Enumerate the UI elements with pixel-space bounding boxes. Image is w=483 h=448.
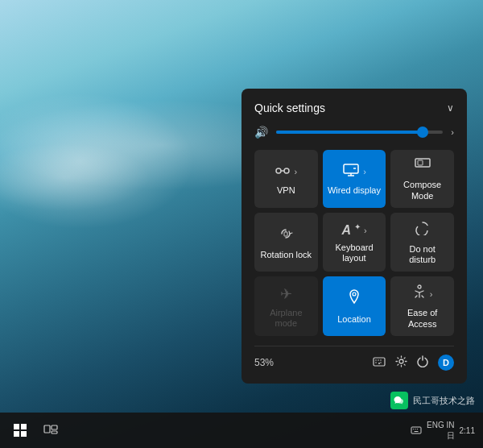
keyboard-footer-icon[interactable] <box>373 356 386 369</box>
keyboard-layout-icon: A <box>341 223 351 238</box>
wired-display-label: Wired display <box>328 185 381 196</box>
airplane-icon-row: ✈ <box>280 285 292 303</box>
compose-mode-label: Compose Mode <box>395 180 449 201</box>
wired-display-arrow: › <box>363 167 366 176</box>
power-footer-icon[interactable] <box>417 355 428 370</box>
watermark: 民工哥技术之路 <box>390 392 475 409</box>
tile-ease-of-access[interactable]: › Ease of Access <box>390 276 454 335</box>
quick-settings-panel: Quick settings ∨ 🔊 › › <box>242 89 467 384</box>
rotation-lock-icon <box>279 226 293 245</box>
chevron-down-icon[interactable]: ∨ <box>447 102 454 114</box>
volume-thumb <box>417 127 428 138</box>
svg-rect-22 <box>21 424 27 429</box>
vpn-icon-row: › <box>275 164 297 180</box>
location-icon-row <box>348 289 361 309</box>
taskbar-left <box>8 418 63 442</box>
keyboard-layout-label: Keyboard layout <box>328 243 382 263</box>
svg-rect-3 <box>344 164 358 173</box>
svg-rect-8 <box>418 160 423 165</box>
tile-wired-display[interactable]: › Wired display <box>323 150 386 208</box>
keyboard-layout-arrow: › <box>364 226 367 235</box>
battery-percent: 53% <box>254 357 274 368</box>
ease-of-access-icon <box>412 284 427 303</box>
tile-rotation-lock[interactable]: Rotation lock <box>254 213 318 272</box>
volume-fill <box>276 131 423 134</box>
wired-display-icon <box>342 164 360 180</box>
tile-keyboard-layout[interactable]: A ✦ › Keyboard layout <box>323 213 386 272</box>
taskbar-right: ENG IN 日 2:11 <box>411 420 475 441</box>
volume-row: 🔊 › <box>254 126 454 139</box>
keyboard-icon-row: A ✦ › <box>341 223 366 238</box>
tray-date-text: 日 <box>427 430 454 441</box>
location-label: Location <box>337 314 371 325</box>
panel-header: Quick settings ∨ <box>254 102 454 114</box>
location-icon <box>348 289 361 309</box>
account-footer-icon[interactable]: D <box>438 355 454 371</box>
settings-footer-icon[interactable] <box>395 355 407 370</box>
wired-display-icon-row: › <box>342 164 366 180</box>
watermark-text: 民工哥技术之路 <box>413 395 475 407</box>
svg-rect-24 <box>21 431 27 437</box>
do-not-disturb-label: Do not disturb <box>395 244 449 265</box>
volume-arrow[interactable]: › <box>451 127 454 137</box>
tile-vpn[interactable]: › VPN <box>254 150 318 208</box>
svg-rect-25 <box>44 425 50 433</box>
volume-icon: 🔊 <box>254 126 268 139</box>
volume-slider[interactable] <box>276 131 443 134</box>
tiles-grid: › VPN › Wired display <box>254 150 454 336</box>
time-text: 2:11 <box>460 425 475 436</box>
tile-do-not-disturb[interactable]: Do not disturb <box>390 213 454 272</box>
ease-arrow: › <box>430 289 433 299</box>
svg-point-0 <box>276 168 281 173</box>
tray-time: 2:11 <box>460 425 475 436</box>
svg-rect-13 <box>374 358 385 366</box>
compose-mode-icon <box>415 158 431 175</box>
svg-point-1 <box>284 168 289 173</box>
vpn-label: VPN <box>277 185 295 196</box>
svg-rect-23 <box>14 431 19 437</box>
svg-point-12 <box>418 285 421 288</box>
svg-rect-28 <box>411 427 421 433</box>
svg-rect-27 <box>52 431 57 433</box>
panel-footer: 53% <box>254 346 454 371</box>
svg-point-11 <box>353 292 356 296</box>
rotation-icon-row <box>279 226 293 245</box>
vpn-icon <box>275 164 291 180</box>
svg-rect-26 <box>52 425 57 429</box>
ease-of-access-label: Ease of Access <box>395 308 449 329</box>
airplane-mode-label: Airplane mode <box>259 308 313 329</box>
start-button[interactable] <box>8 418 32 442</box>
keyboard-tray-icon[interactable] <box>411 425 422 437</box>
compose-icon-row <box>415 158 431 175</box>
tile-airplane-mode[interactable]: ✈ Airplane mode <box>254 276 318 335</box>
system-tray: ENG IN 日 2:11 <box>411 420 475 441</box>
do-not-disturb-icon <box>415 221 430 239</box>
panel-title: Quick settings <box>254 102 325 114</box>
taskbar: ENG IN 日 2:11 <box>0 413 483 448</box>
footer-icons: D <box>373 355 454 371</box>
airplane-mode-icon: ✈ <box>280 285 292 303</box>
tile-compose-mode[interactable]: Compose Mode <box>390 150 454 208</box>
svg-point-20 <box>399 359 403 363</box>
rotation-lock-label: Rotation lock <box>261 250 312 260</box>
svg-rect-9 <box>284 232 287 236</box>
ease-icon-row: › <box>412 284 433 303</box>
vpn-arrow: › <box>294 167 297 176</box>
tile-location[interactable]: Location <box>323 276 386 335</box>
eng-in-text: ENG IN <box>427 420 454 430</box>
tray-locale-text: ENG IN 日 <box>427 420 454 441</box>
wechat-icon <box>390 392 408 409</box>
svg-rect-21 <box>14 424 19 429</box>
task-view-button[interactable] <box>39 418 63 442</box>
dnd-icon-row <box>415 221 430 239</box>
